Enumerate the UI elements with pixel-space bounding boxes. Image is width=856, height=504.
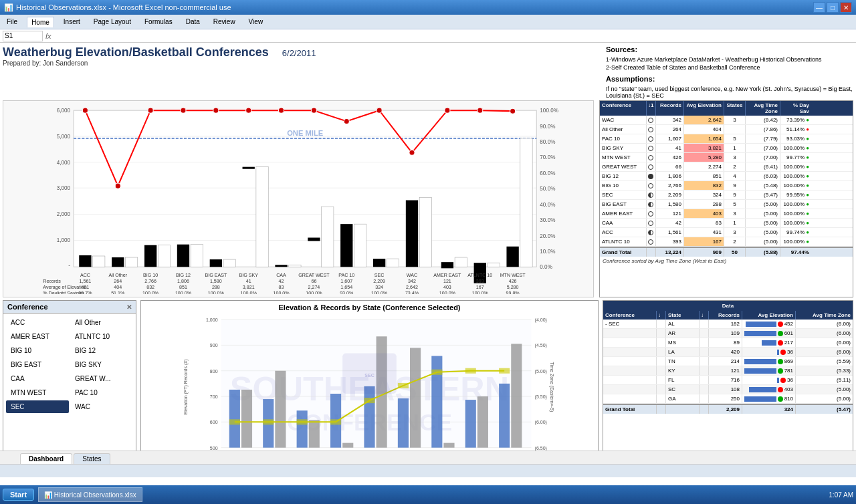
state-table-row: TN 214 869 (5.59) [603,357,853,366]
svg-rect-38 [243,167,255,169]
conference-filter-item[interactable]: BIG 10 [6,344,69,357]
svg-rect-39 [256,167,268,267]
conference-filter-item[interactable]: MTN WEST [6,386,69,399]
svg-point-60 [213,108,219,113]
svg-text:6,000: 6,000 [57,108,71,114]
svg-text:ONE MILE: ONE MILE [287,129,324,137]
svg-point-63 [311,108,316,113]
tab-view[interactable]: View [245,17,268,27]
close-button[interactable]: ✕ [840,2,852,13]
conference-filter-item[interactable]: ATLNTC 10 [70,330,133,343]
conference-filter-item[interactable]: All Other [70,316,133,329]
conference-filter-item[interactable]: ACC [6,316,69,329]
conference-filter-item[interactable]: SEC [6,400,69,413]
tab-formulas[interactable]: Formulas [140,17,177,27]
conf-table-row: BIG SKY 41 3,821 1 (7.00) 100.00%● [600,144,853,153]
svg-rect-47 [387,259,399,267]
svg-rect-152 [229,390,240,448]
svg-text:100.0%: 100.0% [306,291,322,294]
svg-text:1,806: 1,806 [177,279,189,284]
maximize-button[interactable]: □ [827,2,839,13]
svg-text:50.0%: 50.0% [540,186,555,192]
conference-filter-item[interactable]: WAC [70,400,133,413]
svg-rect-31 [125,257,137,267]
tab-dashboard[interactable]: Dashboard [20,453,72,464]
conf-table-row: GREAT WEST 66 2,274 2 (6.41) 100.00%● [600,162,853,172]
svg-text:WAC: WAC [407,273,417,278]
conference-filter-item[interactable]: BIG 12 [70,344,133,357]
svg-text:GREAT WEST: GREAT WEST [298,273,330,278]
svg-text:264: 264 [114,279,122,284]
svg-rect-44 [340,224,352,267]
svg-text:AMER EAST: AMER EAST [433,273,461,278]
svg-rect-35 [191,245,203,267]
tab-review[interactable]: Review [209,17,239,27]
formula-fx-label: fx [45,32,51,40]
conf-col-header: Conference [600,101,647,116]
tab-file[interactable]: File [3,17,21,27]
svg-text:Average of Elevation: Average of Elevation [43,285,87,290]
svg-rect-49 [419,197,431,267]
svg-text:431: 431 [81,285,89,290]
tab-home[interactable]: Home [27,17,54,27]
tab-states[interactable]: States [74,453,110,464]
conference-filter-item[interactable]: AMER EAST [6,330,69,343]
conf-table-row: PAC 10 1,607 1,654 5 (7.79) 93.03%● [600,134,853,144]
svg-text:800: 800 [210,369,218,374]
assumptions-title: Assumptions: [606,75,853,83]
start-button[interactable]: Start [3,489,34,501]
dashboard-subtitle: Prepared by: Jon Sanderson [3,59,599,67]
conference-filter-item[interactable]: BIG SKY [70,358,133,371]
assumptions-text: If no "state" team, used biggest confere… [606,86,853,99]
svg-point-62 [278,108,284,113]
svg-text:288: 288 [212,285,220,290]
dashboard-date: 6/2/2011 [282,48,316,58]
svg-rect-175 [398,383,409,388]
tab-insert[interactable]: Insert [60,17,84,27]
svg-text:100.0%: 100.0% [472,291,489,294]
tab-page-layout[interactable]: Page Layout [90,17,135,27]
svg-point-59 [181,108,186,113]
conference-filter-item[interactable]: CAA [6,372,69,385]
svg-rect-42 [308,238,320,241]
name-box[interactable] [3,31,43,41]
svg-text:30.0%: 30.0% [540,217,555,223]
svg-rect-165 [443,443,454,448]
conf-table-row: BIG 12 1,806 851 4 (6.03) 100.00%● [600,172,853,181]
svg-text:121: 121 [443,279,451,284]
formula-bar: fx [0,29,856,43]
svg-rect-30 [112,257,124,267]
svg-text:90.0%: 90.0% [540,124,555,130]
svg-text:83: 83 [279,285,284,290]
svg-text:ATLNTC 10: ATLNTC 10 [467,273,492,278]
conference-slicer[interactable]: Conference ✕ ACCAll OtherAMER EASTATLNTC… [3,300,136,451]
svg-text:426: 426 [509,279,517,284]
svg-text:1,561: 1,561 [80,279,92,284]
svg-rect-55 [520,138,532,267]
svg-rect-169 [511,344,522,447]
conference-filter-item[interactable]: PAC 10 [70,386,133,399]
svg-text:851: 851 [179,285,187,290]
svg-text:1,000: 1,000 [206,318,218,322]
svg-point-69 [510,108,516,114]
slicer-clear-button[interactable]: ✕ [126,303,132,311]
tab-data[interactable]: Data [182,17,204,27]
svg-text:342: 342 [408,279,416,284]
taskbar-excel-item[interactable]: 📊 Historical Observations.xlsx [38,487,142,502]
minimize-button[interactable]: — [813,2,825,13]
svg-point-58 [148,108,153,113]
svg-text:2,274: 2,274 [308,285,320,290]
svg-rect-172 [297,419,308,424]
state-table-row: AR 109 601 (6.00) [603,329,853,338]
data-table-title: Data [603,301,853,311]
state-chart: Elevation & Records by State (Conference… [140,300,599,451]
grand-total-row: Grand Total 13,224 909 50 (5.88) 97.44% [600,247,853,257]
svg-text:Time Zone (Eastern=-5): Time Zone (Eastern=-5) [549,362,554,412]
state-table-row: GA 250 810 (5.00) [603,394,853,404]
svg-rect-155 [275,371,286,448]
svg-text:MTN WEST: MTN WEST [500,273,526,278]
conference-filter-item[interactable]: BIG EAST [6,358,69,371]
state-chart-title: Elevation & Records by State (Conference… [144,303,595,311]
formula-input[interactable] [54,32,853,40]
conference-filter-item[interactable]: GREAT W... [70,372,133,385]
